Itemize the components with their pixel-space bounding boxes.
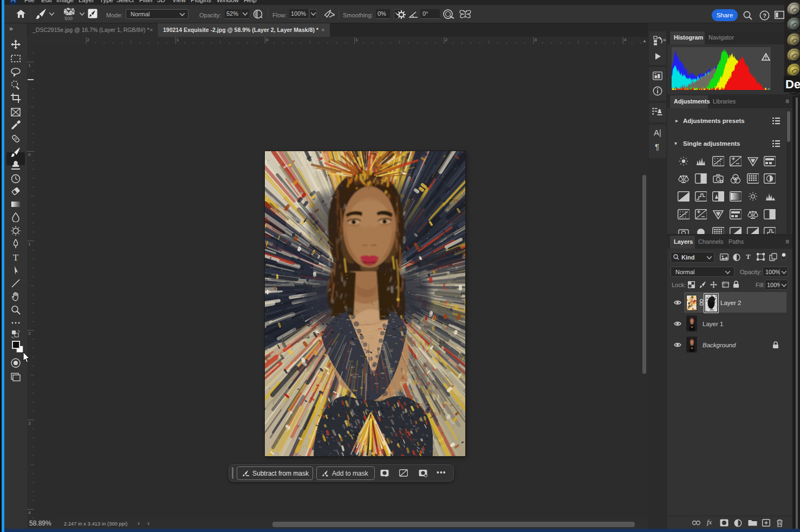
svg-text:0: 0 [28, 152, 31, 157]
svg-text:1: 1 [28, 242, 31, 246]
svg-text:3: 3 [28, 421, 31, 426]
svg-text:4: 4 [28, 510, 31, 515]
svg-text:T: T [13, 252, 19, 262]
svg-text:4: 4 [624, 37, 627, 42]
svg-text:1: 1 [177, 37, 179, 42]
svg-text:1: 1 [28, 63, 31, 68]
svg-text:?: ? [763, 12, 766, 19]
svg-text:1: 1 [355, 37, 358, 42]
svg-text:2: 2 [87, 37, 90, 42]
svg-text:3: 3 [535, 37, 537, 42]
svg-text:2: 2 [445, 37, 447, 42]
svg-text:2: 2 [28, 331, 31, 336]
svg-text:0: 0 [266, 37, 269, 42]
